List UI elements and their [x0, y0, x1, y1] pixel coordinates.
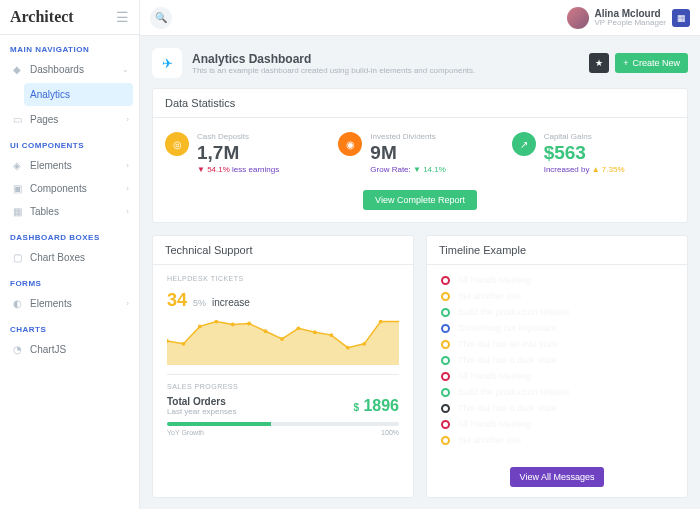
nav-label: Analytics — [30, 89, 70, 100]
helpdesk-pct: 5% — [193, 298, 206, 308]
svg-point-1 — [182, 342, 186, 346]
nav-label: Elements — [30, 160, 72, 171]
data-statistics-card: Data Statistics ◎ Cash Deposits 1,7M ▼ 5… — [152, 88, 688, 223]
view-messages-button[interactable]: View All Messages — [510, 467, 605, 487]
timeline-dot — [441, 276, 450, 285]
stat-label: Invested Dividents — [370, 132, 501, 141]
svg-point-4 — [231, 323, 235, 327]
timeline-text: All Hands Meeting — [458, 419, 531, 429]
nav-header-dash: DASHBOARD BOXES — [0, 223, 139, 246]
svg-point-11 — [346, 346, 350, 350]
svg-point-5 — [247, 322, 251, 326]
timeline-item: Yet another one — [441, 291, 673, 301]
timeline-text: This dot has an info state — [458, 339, 559, 349]
timeline-item: This dot has a dark state — [441, 403, 673, 413]
timeline-item: Yet another one — [441, 435, 673, 445]
sales-label: SALES PROGRESS — [167, 383, 399, 390]
star-icon: ★ — [595, 58, 603, 68]
card-title: Technical Support — [153, 236, 413, 265]
car-icon: ▣ — [10, 183, 24, 194]
timeline-dot — [441, 388, 450, 397]
timeline-item: This dot has an info state — [441, 339, 673, 349]
svg-point-8 — [297, 326, 301, 330]
hamburger-icon[interactable]: ☰ — [116, 9, 129, 25]
stat-note: Grow Rate: — [370, 165, 410, 174]
calendar-button[interactable]: ▦ — [672, 9, 690, 27]
avatar[interactable] — [567, 7, 589, 29]
nav-chartboxes[interactable]: ▢ Chart Boxes — [0, 246, 139, 269]
area-chart — [167, 311, 399, 366]
nav-elements[interactable]: ◈ Elements › — [0, 154, 139, 177]
timeline-dot — [441, 340, 450, 349]
nav-pages[interactable]: ▭ Pages › — [0, 108, 139, 131]
timeline-text: All Hands Meeting — [458, 275, 531, 285]
box-icon: ▢ — [10, 252, 24, 263]
nav-header-charts: CHARTS — [0, 315, 139, 338]
search-button[interactable]: 🔍 — [150, 7, 172, 29]
topbar: 🔍 Alina Mclourd VP People Manager ▦ — [140, 0, 700, 36]
page-header-icon: ✈ — [152, 48, 182, 78]
timeline-text: Something not important — [458, 323, 556, 333]
nav-chartjs[interactable]: ◔ ChartJS — [0, 338, 139, 361]
timeline-dot — [441, 356, 450, 365]
diamond-icon: ◈ — [10, 160, 24, 171]
timeline-dot — [441, 292, 450, 301]
stat-value: 9M — [370, 143, 501, 162]
light-icon: ◐ — [10, 298, 24, 309]
orders-amount: 1896 — [363, 397, 399, 414]
calendar-icon: ▦ — [677, 13, 686, 23]
stat-trend: 54.1% — [207, 165, 230, 174]
create-new-button[interactable]: + Create New — [615, 53, 688, 73]
technical-support-card: Technical Support HELPDESK TICKETS 34 5%… — [152, 235, 414, 498]
timeline-item: Something not important — [441, 323, 673, 333]
svg-point-6 — [264, 329, 268, 333]
chart-icon: ◔ — [10, 344, 24, 355]
cash-icon: ◎ — [165, 132, 189, 156]
timeline-dot — [441, 420, 450, 429]
svg-point-9 — [313, 330, 317, 334]
timeline-text: Build the production release — [458, 307, 570, 317]
timeline-dot — [441, 324, 450, 333]
nav-components[interactable]: ▣ Components › — [0, 177, 139, 200]
nav-header-main: MAIN NAVIGATION — [0, 35, 139, 58]
nav-dashboards[interactable]: ◆ Dashboards ⌄ — [0, 58, 139, 81]
stat-note: less earnings — [232, 165, 279, 174]
svg-point-13 — [379, 320, 383, 324]
nav-label: Tables — [30, 206, 59, 217]
chevron-right-icon: › — [126, 184, 129, 193]
card-title: Data Statistics — [153, 89, 687, 118]
star-button[interactable]: ★ — [589, 53, 609, 73]
chevron-down-icon: ⌄ — [122, 65, 129, 74]
svg-point-2 — [198, 324, 202, 328]
chevron-right-icon: › — [126, 207, 129, 216]
nav-tables[interactable]: ▦ Tables › — [0, 200, 139, 223]
view-report-button[interactable]: View Complete Report — [363, 190, 477, 210]
timeline-dot — [441, 404, 450, 413]
nav-header-ui: UI COMPONENTS — [0, 131, 139, 154]
stat-label: Capital Gains — [544, 132, 675, 141]
timeline-text: This dot has a dark state — [458, 355, 557, 365]
timeline-item: All Hands Meeting — [441, 419, 673, 429]
nav-form-elements[interactable]: ◐ Elements › — [0, 292, 139, 315]
nav-label: Chart Boxes — [30, 252, 85, 263]
brand-logo: Architect — [10, 8, 74, 26]
progress-bar — [167, 422, 399, 426]
stat-value: $563 — [544, 143, 675, 162]
page-icon: ▭ — [10, 114, 24, 125]
timeline-item: Build the production release — [441, 307, 673, 317]
stat-label: Cash Deposits — [197, 132, 328, 141]
nav-label: Pages — [30, 114, 58, 125]
chevron-right-icon: › — [126, 115, 129, 124]
chevron-right-icon: › — [126, 299, 129, 308]
page-title: Analytics Dashboard — [192, 52, 475, 66]
timeline-text: All Hands Meeting — [458, 371, 531, 381]
yoy-label: YoY Growth — [167, 429, 204, 436]
nav-analytics[interactable]: Analytics — [24, 83, 133, 106]
sidebar: Architect ☰ MAIN NAVIGATION ◆ Dashboards… — [0, 0, 140, 509]
stat-value: 1,7M — [197, 143, 328, 162]
user-name: Alina Mclourd — [595, 8, 666, 19]
table-icon: ▦ — [10, 206, 24, 217]
nav-label: Dashboards — [30, 64, 84, 75]
timeline-text: Yet another one — [458, 291, 521, 301]
timeline-text: This dot has a dark state — [458, 403, 557, 413]
